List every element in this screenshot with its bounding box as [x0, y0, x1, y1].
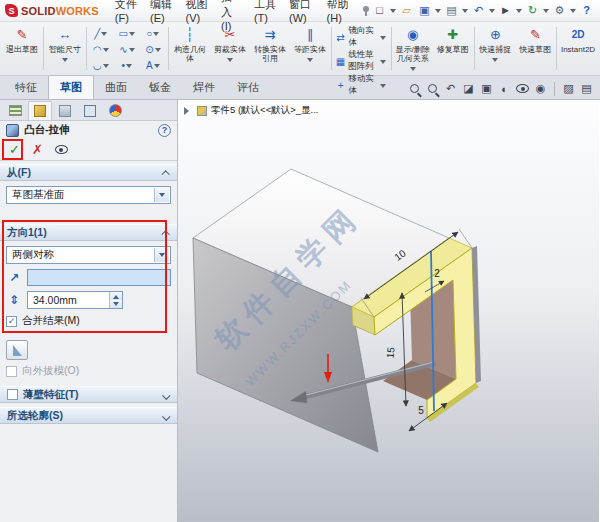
pin-menu-icon[interactable] — [361, 6, 367, 16]
thin-feature-section-header[interactable]: 薄壁特征(T) — [0, 386, 177, 403]
direction1-section-header[interactable]: 方向1(1) — [0, 224, 177, 241]
help-icon[interactable]: ? — [158, 124, 171, 137]
quick-snaps-caret-icon[interactable] — [492, 58, 498, 65]
options-button[interactable]: ⚙ — [551, 2, 568, 19]
dim-text-15[interactable]: 15 — [385, 346, 397, 358]
cancel-button[interactable]: ✗ — [32, 142, 43, 157]
direction-reference-field[interactable] — [27, 269, 171, 286]
apply-scene-button[interactable]: ▨ — [561, 81, 576, 96]
merge-result-checkbox[interactable]: ✓ — [6, 316, 17, 327]
quick-snaps-button[interactable]: ⊕ 快速捕捉 — [475, 23, 515, 74]
zoom-fit-button[interactable] — [407, 81, 422, 96]
arc-tool-button[interactable]: ◠ — [88, 44, 114, 55]
draft-on-off-button[interactable] — [6, 340, 28, 360]
tab-evaluate[interactable]: 评估 — [226, 76, 270, 99]
point-caret-icon[interactable] — [126, 64, 132, 71]
mirror-caret-icon[interactable] — [380, 36, 386, 43]
flyout-tree-icon[interactable] — [184, 107, 193, 115]
offset-entities-button[interactable]: ∥ 等距实体 — [290, 23, 330, 74]
circle-caret-icon[interactable] — [153, 32, 159, 39]
featuremanager-tab[interactable] — [3, 101, 27, 120]
undo-caret-icon[interactable] — [489, 9, 495, 16]
select-caret-icon[interactable] — [516, 9, 522, 16]
rebuild-caret-icon[interactable] — [543, 9, 549, 16]
draft-outward-checkbox[interactable] — [6, 366, 17, 377]
rectangle-caret-icon[interactable] — [129, 32, 135, 39]
configurationmanager-tab[interactable] — [53, 101, 77, 120]
detailed-preview-icon[interactable] — [55, 145, 68, 154]
text-tool-button[interactable]: A — [140, 60, 166, 71]
tab-surfaces[interactable]: 曲面 — [94, 76, 138, 99]
construction-geometry-button[interactable]: ┆ 构造几何体 — [170, 23, 210, 74]
save-button[interactable]: ▣ — [416, 2, 433, 19]
print-button[interactable]: ▤ — [443, 2, 460, 19]
new-document-button[interactable]: □ — [371, 2, 388, 19]
help-button[interactable]: ? — [578, 2, 595, 19]
exit-sketch-button[interactable]: ✎ 退出草图 — [2, 23, 42, 74]
center-circle-tool-button[interactable]: ⊙ — [140, 44, 166, 55]
tab-sketch[interactable]: 草图 — [48, 75, 94, 99]
hide-show-items-button[interactable] — [515, 81, 530, 96]
text-caret-icon[interactable] — [154, 64, 160, 71]
depth-spinner[interactable]: 34.00mm — [27, 291, 123, 309]
dim-text-2[interactable]: 2 — [434, 268, 440, 279]
trim-entities-button[interactable]: ✂ 剪裁实体 — [210, 23, 250, 74]
from-dropdown-arrow[interactable] — [154, 188, 169, 202]
dimxpertmanager-tab[interactable] — [78, 101, 102, 120]
move-entities-button[interactable]: +移动实体 — [336, 73, 387, 97]
open-button[interactable]: ▱ — [398, 2, 415, 19]
rectangle-tool-button[interactable]: ▭ — [114, 28, 140, 39]
display-style-button[interactable]: ◐ — [497, 81, 512, 96]
spinner-up-button[interactable] — [110, 292, 122, 300]
selected-contours-section-header[interactable]: 所选轮廓(S) — [0, 407, 177, 424]
quick-sketch-button[interactable]: ✎ 快速草图 — [515, 23, 555, 74]
line-tool-button[interactable]: ╱ — [88, 28, 114, 39]
model-canvas[interactable]: 10 15 2 5 软件自学网 WWW.RJZXW.COM — [178, 100, 599, 522]
linear-sketch-pattern-button[interactable]: ▦线性草图阵列 — [336, 49, 387, 73]
tab-weldments[interactable]: 焊件 — [182, 76, 226, 99]
spinner-down-button[interactable] — [110, 300, 122, 308]
save-caret-icon[interactable] — [435, 9, 441, 16]
spline-caret-icon[interactable] — [129, 48, 135, 55]
display-delete-relations-button[interactable]: ◉ 显示/删除几何关系 — [393, 23, 433, 74]
from-dropdown[interactable]: 草图基准面 — [6, 186, 171, 204]
ellipse-arc-caret-icon[interactable] — [103, 64, 109, 71]
move-entities-caret-icon[interactable] — [380, 84, 386, 91]
spline-tool-button[interactable]: ∿ — [114, 44, 140, 55]
end-condition-dropdown[interactable]: 两侧对称 — [6, 246, 171, 264]
previous-view-button[interactable]: ↶ — [443, 81, 458, 96]
from-section-header[interactable]: 从(F) — [0, 164, 177, 181]
section-view-button[interactable]: ◪ — [461, 81, 476, 96]
graphics-viewport[interactable]: 零件5 (默认<<默认>_显... — [178, 100, 599, 522]
end-condition-dropdown-arrow[interactable] — [154, 248, 169, 262]
repair-sketch-button[interactable]: ✚ 修复草图 — [433, 23, 473, 74]
dim-text-5[interactable]: 5 — [418, 405, 424, 416]
thin-feature-checkbox[interactable] — [7, 389, 18, 400]
arc-caret-icon[interactable] — [103, 48, 109, 55]
circle-tool-button[interactable]: ○ — [140, 28, 166, 39]
point-tool-button[interactable]: • — [114, 60, 140, 71]
smart-dimension-caret-icon[interactable] — [62, 58, 68, 65]
tab-features[interactable]: 特征 — [4, 76, 48, 99]
reverse-direction-icon[interactable]: ↗ — [6, 270, 22, 286]
line-caret-icon[interactable] — [101, 32, 107, 39]
options-caret-icon[interactable] — [570, 9, 576, 16]
linear-pattern-caret-icon[interactable] — [380, 60, 386, 67]
view-settings-button[interactable]: ▤ — [579, 81, 594, 96]
zoom-area-button[interactable] — [425, 81, 440, 96]
undo-button[interactable]: ↶ — [470, 2, 487, 19]
smart-dimension-button[interactable]: ↔ 智能尺寸 — [45, 23, 85, 74]
select-button[interactable]: ► — [497, 2, 514, 19]
view-orientation-button[interactable]: ▣ — [479, 81, 494, 96]
instant2d-button[interactable]: 2D Instant2D — [558, 23, 598, 74]
new-document-caret-icon[interactable] — [390, 9, 396, 16]
ellipse-arc-tool-button[interactable]: ◡ — [88, 60, 114, 71]
offset-entities-caret-icon[interactable] — [307, 58, 313, 65]
convert-entities-button[interactable]: ⇉ 转换实体引用 — [250, 23, 290, 74]
propertymanager-tab[interactable] — [28, 101, 52, 120]
mirror-entities-button[interactable]: ⇄镜向实体 — [336, 25, 387, 49]
displaymanager-tab[interactable] — [103, 101, 127, 120]
rebuild-button[interactable]: ↻ — [524, 2, 541, 19]
relations-caret-icon[interactable] — [410, 67, 416, 74]
ok-button[interactable]: ✓ — [9, 142, 20, 157]
